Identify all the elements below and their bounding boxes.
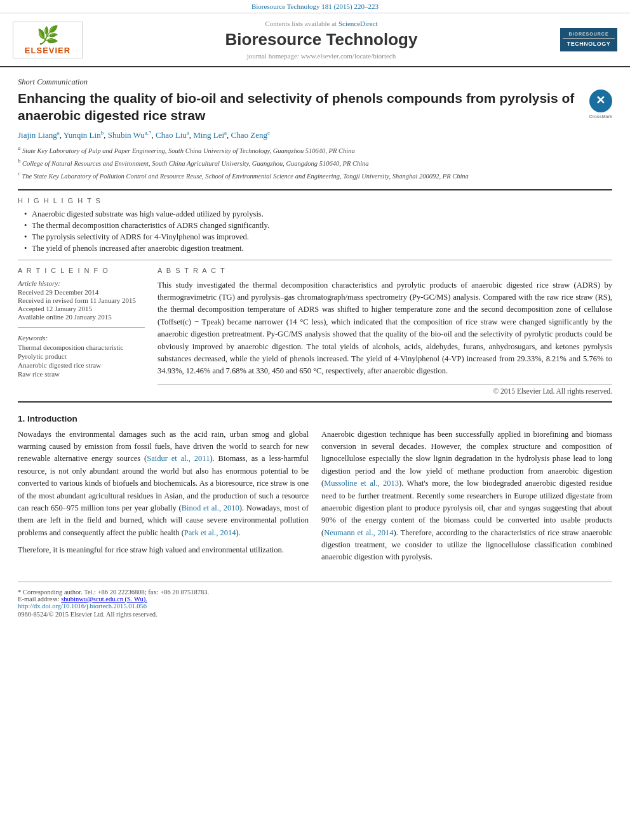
revised-date: Received in revised form 11 January 2015 (18, 297, 145, 304)
highlight-item: The thermal decomposition characteristic… (24, 221, 612, 230)
elsevier-logo: 🌿 ELSEVIER (13, 22, 83, 58)
keyword-4: Raw rice straw (18, 370, 145, 378)
brt-logo: BIORESOURCE TECHNOLOGY (560, 28, 617, 52)
introduction-section: 1. Introduction Nowadays the environment… (18, 414, 612, 569)
journal-header: 🌿 ELSEVIER Contents lists available at S… (0, 13, 630, 67)
affiliation-b: b College of Natural Resources and Envir… (18, 157, 612, 168)
section-divider (18, 260, 612, 260)
main-content: Short Communication Enhancing the qualit… (0, 67, 630, 628)
article-info-col: A R T I C L E I N F O Article history: R… (18, 267, 145, 395)
received-date: Received 29 December 2014 (18, 288, 145, 296)
author-jiajin[interactable]: Jiajin Liang (18, 130, 57, 140)
crossmark-icon: ✕ (589, 90, 612, 112)
author-ming[interactable]: Ming Lei (193, 130, 224, 140)
journal-reference-bar: Bioresource Technology 181 (2015) 220–22… (0, 0, 630, 13)
info-abstract-cols: A R T I C L E I N F O Article history: R… (18, 267, 612, 395)
journal-title: Bioresource Technology (93, 30, 550, 50)
keyword-1: Thermal decomposition characteristic (18, 343, 145, 351)
doi-link[interactable]: http://dx.doi.org/10.1016/j.biortech.201… (18, 603, 612, 610)
highlight-item: The yield of phenols increased after ana… (24, 244, 612, 253)
highlights-section: H I G H L I G H T S Anaerobic digested s… (18, 197, 612, 253)
intro-columns: Nowadays the environmental damages such … (18, 429, 612, 569)
copyright-line: © 2015 Elsevier Ltd. All rights reserved… (158, 384, 612, 395)
author-yunqin[interactable]: Yunqin Lin (64, 130, 101, 140)
brt-logo-top: BIORESOURCE (563, 32, 615, 39)
article-history: Article history: Received 29 December 20… (18, 279, 145, 321)
article-type-label: Short Communication (18, 77, 612, 87)
article-title-text: Enhancing the quality of bio-oil and sel… (18, 90, 589, 124)
issn-line: 0960-8524/© 2015 Elsevier Ltd. All right… (18, 611, 612, 618)
affiliations-block: a State Key Laboratory of Pulp and Paper… (18, 144, 612, 182)
ref-saidur[interactable]: Saidur et al., 2011 (147, 454, 210, 463)
crossmark-label: CrossMark (589, 114, 612, 119)
highlight-item: The pyrolysis selectivity of ADRS for 4-… (24, 232, 612, 242)
highlights-list: Anaerobic digested substrate was high va… (18, 210, 612, 253)
ref-neumann[interactable]: Neumann et al., 2014 (324, 528, 393, 537)
keyword-3: Anaerobic digested rice straw (18, 361, 145, 369)
keywords-section: Keywords: Thermal decomposition characte… (18, 334, 145, 378)
journal-reference: Bioresource Technology 181 (2015) 220–22… (251, 3, 379, 10)
author-email[interactable]: shubinwu@scut.edu.cn (S. Wu). (61, 596, 147, 603)
authors-line: Jiajin Lianga, Yunqin Linb, Shubin Wua,*… (18, 130, 612, 140)
article-title-block: Enhancing the quality of bio-oil and sel… (18, 90, 612, 124)
abstract-heading: A B S T R A C T (158, 267, 612, 274)
affiliation-a: a State Key Laboratory of Pulp and Paper… (18, 144, 612, 156)
intro-col-left: Nowadays the environmental damages such … (18, 429, 309, 569)
ref-mussoline[interactable]: Mussoline et al., 2013 (324, 479, 399, 488)
body-divider (18, 401, 612, 403)
crossmark-badge[interactable]: ✕ CrossMark (589, 90, 612, 119)
sciencedirect-link[interactable]: ScienceDirect (338, 20, 378, 27)
highlights-heading: H I G H L I G H T S (18, 197, 612, 204)
intro-section-title: 1. Introduction (18, 414, 612, 423)
author-chao-zeng[interactable]: Chao Zeng (231, 130, 267, 140)
article-info-heading: A R T I C L E I N F O (18, 267, 145, 274)
sciencedirect-line: Contents lists available at ScienceDirec… (93, 20, 550, 27)
page-footer: * Corresponding author. Tel.: +86 20 222… (18, 582, 612, 618)
keywords-divider (18, 327, 145, 328)
abstract-col: A B S T R A C T This study investigated … (158, 267, 612, 395)
elsevier-tree-icon: 🌿 (16, 25, 79, 46)
intro-para-1: Nowadays the environmental damages such … (18, 429, 309, 539)
ref-binod[interactable]: Binod et al., 2010 (182, 503, 239, 512)
brt-logo-main: TECHNOLOGY (563, 41, 615, 48)
keywords-label: Keywords: (18, 334, 145, 342)
abstract-text: This study investigated the thermal deco… (158, 279, 612, 378)
keyword-2: Pyrolytic product (18, 352, 145, 360)
accepted-date: Accepted 12 January 2015 (18, 305, 145, 312)
main-divider (18, 189, 612, 190)
highlight-item: Anaerobic digested substrate was high va… (24, 210, 612, 219)
homepage-line: journal homepage: www.elsevier.com/locat… (93, 52, 550, 60)
ref-park[interactable]: Park et al., 2014 (184, 528, 236, 537)
affiliation-c: c The State Key Laboratory of Pollution … (18, 170, 612, 181)
elsevier-wordmark: ELSEVIER (16, 46, 79, 55)
intro-col-right: Anaerobic digestion technique has been s… (321, 429, 612, 569)
intro-para-col2-bridge: Therefore, it is meaningful for rice str… (18, 544, 309, 556)
email-line: E-mail address: shubinwu@scut.edu.cn (S.… (18, 596, 612, 603)
intro-para-2: Anaerobic digestion technique has been s… (321, 429, 612, 564)
journal-center-info: Contents lists available at ScienceDirec… (93, 20, 550, 60)
available-date: Available online 20 January 2015 (18, 313, 145, 321)
history-label: Article history: (18, 279, 145, 287)
corresponding-author-note: * Corresponding author. Tel.: +86 20 222… (18, 589, 612, 596)
author-shubin[interactable]: Shubin Wu (108, 130, 145, 140)
author-chao-liu[interactable]: Chao Liu (156, 130, 187, 140)
